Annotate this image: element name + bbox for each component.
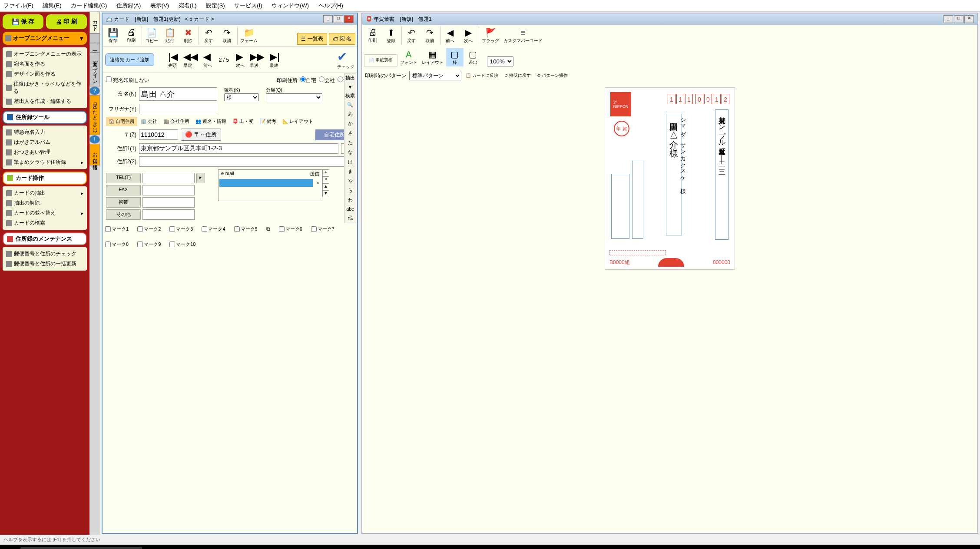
idx-ha[interactable]: は (344, 157, 356, 167)
tb-redo[interactable]: ↷取消 (218, 26, 235, 45)
menu-item[interactable]: おつきあい管理 (3, 147, 87, 157)
nav-fastback[interactable]: ◀◀早戻 (182, 51, 200, 69)
menu-item[interactable]: はがきアルバム (3, 137, 87, 147)
reflect-button[interactable]: 📋 カードに反映 (464, 72, 500, 79)
mark-cb[interactable]: マーク1 (105, 226, 129, 232)
menu-item menu-item-arrow[interactable]: 筆まめクラウド住所録 (3, 157, 87, 167)
subtab-coaddr[interactable]: 🏬会社住所 (161, 117, 192, 126)
address-tool-header[interactable]: 住所録ツール (3, 111, 87, 124)
idx-ka[interactable]: か (344, 119, 356, 129)
idx-extract[interactable]: 抽出 (344, 73, 356, 83)
idx-ta[interactable]: た (344, 138, 356, 148)
vtab-list[interactable]: 一覧表 (89, 43, 100, 53)
menu-settings[interactable]: 設定(S) (206, 2, 225, 9)
rename-button[interactable]: 🏷宛 名 (329, 33, 355, 45)
print-button[interactable]: 🖨印 刷 (46, 14, 87, 29)
idx-a[interactable]: あ (344, 109, 356, 119)
tb-next[interactable]: ▶次へ (460, 26, 477, 45)
idx-na[interactable]: な (344, 148, 356, 157)
maximize-button[interactable]: □ (334, 15, 343, 23)
check-button[interactable]: ✔チェック (337, 50, 354, 70)
mark-cb[interactable]: マーク8 (105, 241, 129, 248)
idx-ra[interactable]: ら (344, 186, 356, 195)
idx-wa[interactable]: わ (344, 195, 356, 205)
mark-cb[interactable]: マーク10 (169, 241, 195, 248)
tb-form[interactable]: 📁フォーム (238, 26, 259, 45)
mark-cb[interactable]: マーク3 (169, 226, 193, 232)
subtab-memo[interactable]: 📝備考 (257, 117, 279, 126)
menu-item[interactable]: カードの検索 (3, 218, 87, 228)
tb-print[interactable]: 🖨印刷 (122, 26, 140, 45)
close-button[interactable]: ✕ (344, 15, 354, 23)
menu-help[interactable]: ヘルプ(H) (318, 2, 343, 9)
tb-copy[interactable]: 📄コピー (143, 26, 160, 45)
nav-last[interactable]: ▶|最終 (268, 51, 281, 69)
mark-cb[interactable]: マーク4 (202, 226, 225, 232)
nav-prev[interactable]: ◀前へ (202, 51, 214, 69)
mobile-input[interactable] (142, 197, 195, 208)
vtab-atena[interactable]: 宛名 (89, 33, 100, 43)
email-remove[interactable]: × (322, 176, 329, 183)
paper-select-button[interactable]: 📄 用紙選択 (364, 54, 397, 66)
vtab-card[interactable]: カード (89, 12, 100, 33)
class-select[interactable] (266, 93, 322, 101)
radio-company[interactable]: 会社 (319, 76, 335, 84)
menu-item[interactable]: 郵便番号と住所の一括更新 (3, 259, 87, 269)
tb-undo[interactable]: ↶戻す (200, 26, 217, 45)
tb-prev[interactable]: ◀前へ (441, 26, 459, 45)
idx-arrow[interactable]: ▼ (344, 83, 356, 91)
email-add[interactable]: + (322, 169, 329, 176)
subtab-company[interactable]: 🏢会社 (138, 117, 160, 126)
tb-delete[interactable]: ✖削除 (179, 26, 197, 45)
add-contact-button[interactable]: 連絡先 カード追加 (105, 53, 154, 66)
idx-ya[interactable]: や (344, 176, 356, 186)
vtab-deals[interactable]: お得な情報 (89, 144, 100, 165)
list-button[interactable]: ☰一覧表 (297, 33, 327, 45)
idx-abc[interactable]: abc (344, 205, 356, 213)
email-up[interactable]: ▲ (322, 183, 329, 190)
idx-other[interactable]: 他 (344, 213, 356, 223)
menu-edit[interactable]: 編集(E) (43, 2, 61, 9)
close-button[interactable]: ✕ (964, 15, 974, 23)
frame-button[interactable]: ▢枠 (446, 48, 464, 66)
nav-fastfwd[interactable]: ▶▶早送 (248, 51, 266, 69)
subtab-joint[interactable]: 👥連名・情報 (193, 117, 229, 126)
mark-cb[interactable]: マーク6 (279, 226, 302, 232)
menu-service[interactable]: サービス(I) (234, 2, 262, 9)
maximize-button[interactable]: □ (954, 15, 963, 23)
pattern-ops-button[interactable]: ⚙ パターン操作 (535, 72, 570, 79)
menu-item[interactable]: 差出人を作成・編集する (3, 96, 87, 106)
menu-item[interactable]: カードの並べ替え (3, 208, 87, 218)
mark-cb[interactable]: マーク5 (234, 226, 258, 232)
maintenance-header[interactable]: 住所録のメンテナンス (3, 232, 87, 245)
postcard-preview[interactable]: 🕊NIPPON 年 賀 1110012 東京都サンプル区見本町 一―二―三 島田… (605, 87, 735, 270)
menu-item[interactable]: 宛名面を作る (3, 59, 87, 69)
layout-button[interactable]: ▦レイアウト (420, 48, 445, 66)
mark-more-icon[interactable]: ⧉ (266, 226, 270, 232)
tb-print[interactable]: 🖨印刷 (364, 26, 381, 45)
idx-sa[interactable]: さ (344, 129, 356, 138)
tb-paste[interactable]: 📋貼付 (161, 26, 179, 45)
info-icon[interactable]: ! (89, 135, 100, 144)
idx-ma[interactable]: ま (344, 167, 356, 176)
tb-undo[interactable]: ↶戻す (403, 26, 420, 45)
addr1-input[interactable] (139, 143, 338, 154)
nav-first[interactable]: |◀先頭 (166, 51, 180, 69)
radio-home[interactable]: 自宅 (300, 76, 316, 84)
tel-toggle[interactable]: ▸ (196, 173, 205, 183)
subtab-home[interactable]: 🏠自宅住所 (106, 117, 137, 126)
no-print-checkbox[interactable]: 宛名印刷しない (106, 76, 149, 84)
menu-window[interactable]: ウィンドウ(W) (271, 2, 309, 9)
vtab-design[interactable]: 文面デザイン (89, 53, 100, 86)
menu-item[interactable]: 往復はがき・ラベルなどを作る (3, 79, 87, 96)
title-select[interactable]: 様 (224, 93, 259, 101)
menu-item[interactable]: 抽出の解除 (3, 198, 87, 208)
idx-searchicon[interactable]: 🔍 (344, 101, 356, 109)
taskbar-search[interactable]: ◯ここに入力して検索 (20, 547, 142, 549)
subtab-sent[interactable]: 📮出・受 (230, 117, 256, 126)
fax-input[interactable] (142, 185, 195, 195)
sender-box2[interactable] (632, 161, 643, 239)
menu-item[interactable]: デザイン面を作る (3, 69, 87, 79)
nav-next[interactable]: ▶次へ (234, 51, 246, 69)
menu-item[interactable]: オープニングメニューの表示 (3, 49, 87, 59)
